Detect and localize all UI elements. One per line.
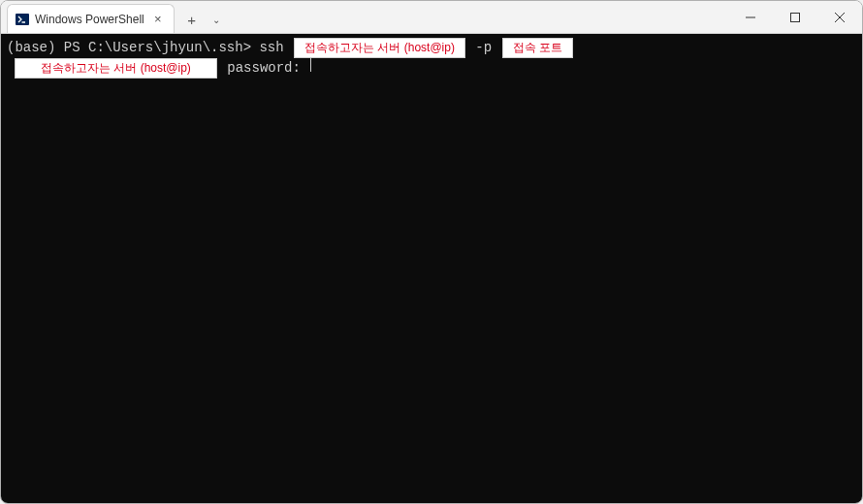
new-tab-button[interactable]: + (178, 6, 206, 33)
terminal-line-1: (base) PS C:\Users\jhyun\.ssh> ssh 접속하고자… (7, 38, 856, 58)
prompt-text: (base) PS C:\Users\jhyun\.ssh> (7, 40, 259, 56)
close-button[interactable] (817, 1, 862, 33)
ssh-command: ssh (259, 40, 292, 56)
annotation-server-host-2: 접속하고자는 서버 (host@ip) (15, 58, 217, 79)
terminal-line-2: 접속하고자는 서버 (host@ip) password: (7, 58, 856, 79)
terminal-cursor (310, 58, 311, 72)
ssh-port-flag: -p (467, 40, 500, 56)
tab-close-button[interactable]: × (150, 12, 166, 27)
maximize-button[interactable] (773, 1, 817, 33)
powershell-icon (16, 13, 29, 26)
tab-powershell[interactable]: Windows PowerShell × (7, 4, 175, 33)
tabs-area: Windows PowerShell × + ⌄ (1, 1, 728, 33)
powershell-window: Windows PowerShell × + ⌄ (base) PS C:\Us… (0, 0, 863, 504)
window-controls (728, 1, 862, 33)
title-bar: Windows PowerShell × + ⌄ (1, 1, 862, 34)
svg-rect-3 (791, 13, 800, 21)
tab-dropdown-button[interactable]: ⌄ (206, 6, 227, 33)
password-prompt: password: (219, 60, 308, 77)
annotation-port: 접속 포트 (502, 38, 573, 58)
annotation-server-host: 접속하고자는 서버 (host@ip) (294, 38, 465, 58)
tab-title: Windows PowerShell (35, 13, 144, 26)
svg-rect-0 (16, 14, 29, 25)
minimize-button[interactable] (728, 1, 773, 33)
terminal-output[interactable]: (base) PS C:\Users\jhyun\.ssh> ssh 접속하고자… (1, 34, 862, 503)
